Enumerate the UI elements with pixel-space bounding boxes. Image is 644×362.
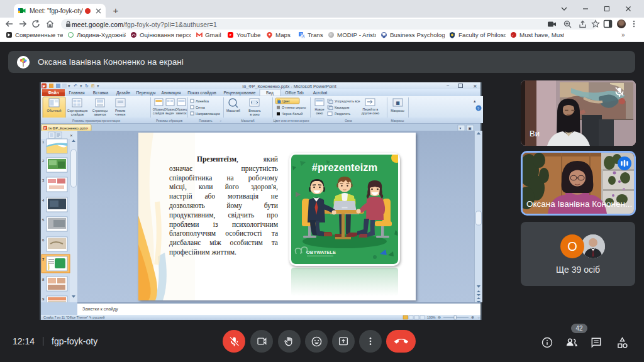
svg-text:Черно-белый: Черно-белый <box>282 112 303 116</box>
svg-text:Дизайн: Дизайн <box>116 90 131 96</box>
svg-text:слайдов: слайдов <box>71 112 84 116</box>
svg-text:Упорядочить все: Упорядочить все <box>335 99 360 103</box>
svg-text:▾: ▾ <box>68 84 70 88</box>
svg-text:Переходы: Переходы <box>136 90 156 96</box>
svg-text:Ія_ФР_Кононенко.pptx - Micro: Ія_ФР_Кононенко.pptx - Microsoft PowerPo… <box>242 84 336 89</box>
svg-text:Показать: Показать <box>199 119 213 123</box>
svg-text:заметок: заметок <box>176 112 187 115</box>
svg-text:A: A <box>302 35 304 38</box>
svg-text:▣: ▣ <box>469 126 472 130</box>
svg-text:Образец: Образец <box>175 108 187 111</box>
svg-text:↶: ↶ <box>74 84 77 88</box>
svg-text:×: × <box>86 126 89 130</box>
svg-text:Масштаб: Масштаб <box>226 109 240 112</box>
svg-text:Оксана Іванівна Кононен...: Оксана Іванівна Кононен... <box>526 199 632 209</box>
svg-text:Сетка: Сетка <box>196 106 205 109</box>
svg-text:Линейка: Линейка <box>196 99 209 103</box>
svg-text:выдач: выдач <box>165 112 174 115</box>
svg-text:Файл: Файл <box>48 90 59 95</box>
svg-text:окно: окно <box>316 111 323 115</box>
svg-text:Режимы просмотра презентации: Режимы просмотра презентации <box>72 119 120 123</box>
svg-text:Макросы: Макросы <box>391 109 404 112</box>
svg-text:⁘: ⁘ <box>477 315 480 319</box>
svg-text:OBYWATELE: OBYWATELE <box>306 250 336 255</box>
svg-text:P: P <box>43 84 46 89</box>
svg-text:⊞: ⊞ <box>91 84 95 88</box>
svg-text:✕: ✕ <box>473 84 477 89</box>
svg-text:Обычный: Обычный <box>47 109 62 112</box>
svg-text:▦: ▦ <box>396 101 399 105</box>
svg-text:в окно: в окно <box>250 112 259 116</box>
svg-text:Вставка: Вставка <box>93 90 109 95</box>
svg-text:−: − <box>447 83 450 89</box>
svg-text:Цвет или оттенки серого: Цвет или оттенки серого <box>274 119 309 123</box>
svg-text:Цвет: Цвет <box>282 99 291 103</box>
svg-text:✓: ✓ <box>511 33 514 37</box>
svg-text:⊖: ⊖ <box>438 315 441 319</box>
svg-text:Образец: Образец <box>164 108 176 111</box>
svg-text:Макросы: Макросы <box>391 119 404 123</box>
svg-text:100%: 100% <box>427 315 436 319</box>
svg-text:Ія ФР_Кононенко.pptx: Ія ФР_Кононенко.pptx <box>48 126 87 130</box>
svg-text:↻: ↻ <box>85 84 89 88</box>
svg-text:×: × <box>70 133 73 138</box>
svg-text:⌐: ⌐ <box>220 119 222 123</box>
svg-text:▾: ▾ <box>97 84 99 88</box>
svg-text:другое окно: другое окно <box>362 111 379 115</box>
svg-text:Каскадом: Каскадом <box>335 106 350 109</box>
svg-text:Разделить: Разделить <box>335 112 350 116</box>
svg-text:▾: ▾ <box>460 126 462 130</box>
svg-text:▾: ▾ <box>80 84 82 88</box>
svg-text:Анимация: Анимация <box>162 90 181 96</box>
svg-text:Окно: Окно <box>345 119 352 123</box>
svg-text:Office Tab: Office Tab <box>285 90 304 95</box>
svg-text:▴: ▴ <box>474 99 476 103</box>
svg-text:Направляющие: Направляющие <box>196 112 220 116</box>
svg-text:Образец: Образец <box>153 108 165 111</box>
svg-text:Вид: Вид <box>266 90 274 96</box>
svg-text:Слайд 7 из 11 "Office Theme: Слайд 7 из 11 "Office Theme" ✎ русский <box>43 315 104 319</box>
svg-text:слайдов: слайдов <box>153 111 164 115</box>
svg-text:Оттенки серого: Оттенки серого <box>282 106 306 109</box>
svg-text:Acrobat: Acrobat <box>313 90 328 95</box>
svg-text:заметок: заметок <box>94 112 106 116</box>
svg-text:#prezenteizm: #prezenteizm <box>312 162 378 173</box>
svg-text:Ви: Ви <box>530 129 540 138</box>
svg-text:Рецензирование: Рецензирование <box>224 90 256 96</box>
svg-text:P: P <box>44 126 47 130</box>
svg-text:Главная: Главная <box>69 90 85 95</box>
svg-text:Показ слайдов: Показ слайдов <box>187 90 216 96</box>
svg-text:чтения: чтения <box>115 112 126 116</box>
svg-text:⊕: ⊕ <box>471 315 474 319</box>
svg-text:Масштаб: Масштаб <box>241 119 255 123</box>
svg-text:Режимы образцов: Режимы образцов <box>156 119 182 123</box>
